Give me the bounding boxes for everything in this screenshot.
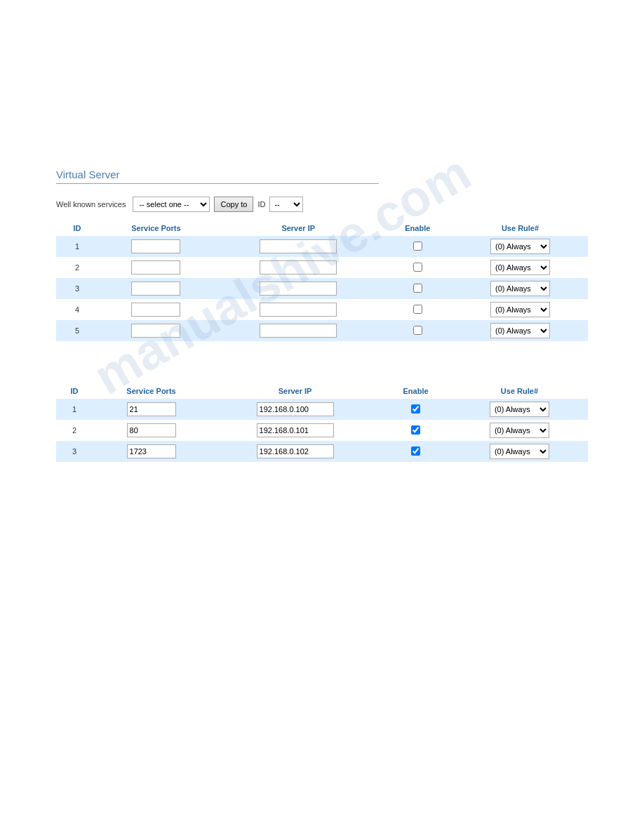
- server-ip-input[interactable]: [257, 444, 334, 458]
- col2-use-rule: Use Rule#: [451, 383, 588, 399]
- cell-server-ip: [210, 399, 380, 420]
- cell-enable: [383, 278, 452, 299]
- enable-checkbox[interactable]: [413, 263, 422, 272]
- col-use-rule: Use Rule#: [452, 220, 588, 236]
- cell-id: 3: [56, 278, 98, 299]
- service-ports-input[interactable]: [131, 303, 180, 317]
- cell-server-ip: [214, 257, 383, 278]
- table-row: 1 (0) Always(1) Rule1(2) Rule2: [56, 399, 588, 420]
- use-rule-select[interactable]: (0) Always(1) Rule1(2) Rule2: [490, 302, 550, 317]
- toolbar-row: Well known services -- select one -- FTP…: [56, 197, 588, 212]
- use-rule-select[interactable]: (0) Always(1) Rule1(2) Rule2: [490, 402, 549, 417]
- enable-checkbox[interactable]: [413, 284, 422, 293]
- cell-use-rule: (0) Always(1) Rule1(2) Rule2: [451, 441, 588, 462]
- server-ip-input[interactable]: [260, 239, 337, 253]
- cell-id: 2: [56, 420, 93, 441]
- service-ports-input[interactable]: [131, 260, 180, 274]
- cell-id: 2: [56, 257, 98, 278]
- col-enable: Enable: [383, 220, 452, 236]
- cell-server-ip: [214, 278, 383, 299]
- table-row: 2 (0) Always(1) Rule1(2) Rule2: [56, 420, 588, 441]
- service-ports-input[interactable]: [131, 282, 180, 296]
- id-copy-select[interactable]: -- 1 2 3 4 5: [269, 197, 303, 212]
- service-ports-input[interactable]: [127, 444, 176, 458]
- cell-service-ports: [98, 299, 214, 320]
- cell-use-rule: (0) Always(1) Rule1(2) Rule2: [452, 299, 588, 320]
- cell-enable: [380, 441, 451, 462]
- use-rule-select[interactable]: (0) Always(1) Rule1(2) Rule2: [490, 239, 550, 254]
- table-row: 3 (0) Always(1) Rule1(2) Rule2: [56, 441, 588, 462]
- cell-server-ip: [214, 236, 383, 257]
- table-row: 1 (0) Always(1) Rule1(2) Rule2: [56, 236, 588, 257]
- cell-service-ports: [93, 420, 210, 441]
- table-row: 3 (0) Always(1) Rule1(2) Rule2: [56, 278, 588, 299]
- cell-service-ports: [93, 399, 210, 420]
- service-ports-input[interactable]: [131, 324, 180, 338]
- cell-server-ip: [214, 299, 383, 320]
- enable-checkbox[interactable]: [413, 305, 422, 314]
- use-rule-select[interactable]: (0) Always(1) Rule1(2) Rule2: [490, 444, 549, 459]
- service-ports-input[interactable]: [127, 423, 176, 437]
- cell-server-ip: [210, 441, 380, 462]
- cell-id: 1: [56, 236, 98, 257]
- cell-use-rule: (0) Always(1) Rule1(2) Rule2: [451, 420, 588, 441]
- service-ports-input[interactable]: [131, 239, 180, 253]
- cell-enable: [380, 420, 451, 441]
- server-ip-input[interactable]: [260, 324, 337, 338]
- cell-service-ports: [98, 278, 214, 299]
- cell-enable: [383, 236, 452, 257]
- id-label: ID: [257, 200, 265, 208]
- table-row: 4 (0) Always(1) Rule1(2) Rule2: [56, 299, 588, 320]
- server-ip-input[interactable]: [260, 303, 337, 317]
- cell-service-ports: [98, 257, 214, 278]
- section-title: Virtual Server: [56, 168, 379, 184]
- well-known-select[interactable]: -- select one -- FTP (21) HTTP (80) PPTP…: [133, 197, 210, 212]
- cell-id: 4: [56, 299, 98, 320]
- cell-enable: [383, 320, 452, 341]
- top-table: ID Service Ports Server IP Enable Use Ru…: [56, 220, 588, 341]
- copy-to-button[interactable]: Copy to: [214, 197, 253, 212]
- server-ip-input[interactable]: [257, 402, 334, 416]
- cell-server-ip: [214, 320, 383, 341]
- cell-enable: [383, 299, 452, 320]
- cell-id: 1: [56, 399, 93, 420]
- bottom-table: ID Service Ports Server IP Enable Use Ru…: [56, 383, 588, 462]
- enable-checkbox[interactable]: [411, 446, 420, 456]
- col-id: ID: [56, 220, 98, 236]
- col2-id: ID: [56, 383, 93, 399]
- cell-id: 3: [56, 441, 93, 462]
- col2-service-ports: Service Ports: [93, 383, 210, 399]
- col-service-ports: Service Ports: [98, 220, 214, 236]
- use-rule-select[interactable]: (0) Always(1) Rule1(2) Rule2: [490, 260, 550, 275]
- cell-use-rule: (0) Always(1) Rule1(2) Rule2: [452, 320, 588, 341]
- cell-use-rule: (0) Always(1) Rule1(2) Rule2: [452, 278, 588, 299]
- use-rule-select[interactable]: (0) Always(1) Rule1(2) Rule2: [490, 423, 549, 438]
- service-ports-input[interactable]: [127, 402, 176, 416]
- server-ip-input[interactable]: [257, 423, 334, 437]
- col-server-ip: Server IP: [214, 220, 383, 236]
- cell-server-ip: [210, 420, 380, 441]
- well-known-label: Well known services: [56, 200, 126, 208]
- cell-service-ports: [93, 441, 210, 462]
- cell-service-ports: [98, 320, 214, 341]
- cell-enable: [380, 399, 451, 420]
- table-row: 5 (0) Always(1) Rule1(2) Rule2: [56, 320, 588, 341]
- server-ip-input[interactable]: [260, 282, 337, 296]
- col2-enable: Enable: [380, 383, 451, 399]
- enable-checkbox[interactable]: [413, 326, 422, 335]
- cell-id: 5: [56, 320, 98, 341]
- enable-checkbox[interactable]: [413, 241, 422, 251]
- cell-enable: [383, 257, 452, 278]
- enable-checkbox[interactable]: [411, 404, 420, 413]
- cell-use-rule: (0) Always(1) Rule1(2) Rule2: [452, 257, 588, 278]
- cell-use-rule: (0) Always(1) Rule1(2) Rule2: [451, 399, 588, 420]
- cell-service-ports: [98, 236, 214, 257]
- col2-server-ip: Server IP: [210, 383, 380, 399]
- server-ip-input[interactable]: [260, 260, 337, 274]
- use-rule-select[interactable]: (0) Always(1) Rule1(2) Rule2: [490, 281, 550, 296]
- enable-checkbox[interactable]: [411, 425, 420, 435]
- cell-use-rule: (0) Always(1) Rule1(2) Rule2: [452, 236, 588, 257]
- table-row: 2 (0) Always(1) Rule1(2) Rule2: [56, 257, 588, 278]
- use-rule-select[interactable]: (0) Always(1) Rule1(2) Rule2: [490, 323, 550, 338]
